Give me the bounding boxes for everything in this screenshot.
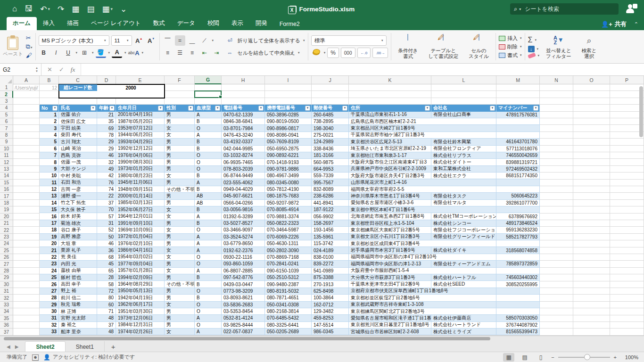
row-header-29[interactable]: 29 <box>0 274 13 281</box>
cell[interactable]: 男 <box>165 261 195 267</box>
cell[interactable]: 489173846524 <box>496 220 540 227</box>
add-sheet-button[interactable]: + <box>105 341 122 352</box>
table-header-住所[interactable]: 住所▼ <box>349 105 431 111</box>
cell[interactable]: 1952年06月27日 <box>116 206 165 213</box>
macro-book-icon[interactable]: ▤ <box>87 4 94 14</box>
cell[interactable] <box>496 240 540 247</box>
page-layout-view-icon[interactable]: ▤ <box>519 353 530 362</box>
cell[interactable]: 090-9781-9886 <box>265 166 312 173</box>
cell[interactable]: 32 <box>97 159 116 165</box>
row-header-34[interactable]: 34 <box>0 308 13 315</box>
cell[interactable]: 女 <box>165 213 195 220</box>
cell[interactable]: 541-0989 <box>312 268 349 274</box>
cell[interactable]: 前川 信二 <box>59 295 97 301</box>
column-header-E[interactable]: E <box>116 76 165 84</box>
filter-dropdown-icon[interactable]: ▼ <box>342 106 347 111</box>
cell[interactable]: 162-0712 <box>312 302 349 308</box>
vertical-scrollbar[interactable] <box>639 86 643 137</box>
cell[interactable]: 60 <box>97 302 116 308</box>
cell[interactable]: 2 <box>40 118 59 125</box>
column-header-J[interactable]: J <box>312 76 349 84</box>
filter-dropdown-icon[interactable]: ▼ <box>109 106 115 111</box>
cell[interactable]: 東京都荒川区東日暮里2丁目1番地8号 <box>349 322 431 329</box>
cell[interactable]: 船津 里奈 <box>59 329 97 335</box>
cell[interactable]: O <box>195 159 222 165</box>
cell[interactable]: 25 <box>40 274 59 281</box>
ribbon-tab-描画[interactable]: 描画 <box>61 17 85 30</box>
cell[interactable]: 050-7609-8109 <box>265 139 312 145</box>
cell[interactable]: 042-044-9985 <box>222 146 265 152</box>
cell[interactable]: 9 <box>40 166 59 173</box>
cell[interactable]: 097-542-8776 <box>222 274 265 281</box>
cell[interactable]: 559-7339 <box>312 173 349 179</box>
row-header-9[interactable]: 9 <box>0 139 13 145</box>
align-center-icon[interactable]: ☰ <box>175 48 185 58</box>
cell[interactable]: 070-9881-3374 <box>265 213 312 220</box>
cell[interactable]: 浦野 優一 <box>59 193 97 199</box>
row-header-31[interactable]: 31 <box>0 288 13 295</box>
row-header-14[interactable]: 14 <box>0 173 13 179</box>
copy-icon[interactable]: ⧉▾ <box>26 43 33 50</box>
cell[interactable]: 東和工業株式会社 <box>431 166 496 173</box>
column-header-F[interactable]: F <box>165 76 195 84</box>
sheet-tab-Sheet2[interactable]: Sheet2 <box>25 341 65 352</box>
ribbon-tab-ホーム[interactable]: ホーム <box>7 17 37 30</box>
cell[interactable]: 986-0345 <box>312 329 349 335</box>
cell[interactable]: 078-803-2039 <box>222 166 265 173</box>
cell[interactable]: 24 <box>40 268 59 274</box>
table-header-会社名[interactable]: 会社名▼ <box>431 105 496 111</box>
active-cell-G2[interactable] <box>194 90 222 98</box>
cell[interactable]: 35 <box>97 118 116 125</box>
format-cells-button[interactable]: 書式▾ <box>499 52 522 59</box>
cell[interactable]: 080-7871-4651 <box>265 295 312 301</box>
table-header-No[interactable]: No▼ <box>40 105 59 111</box>
bold-button[interactable]: B <box>39 48 49 58</box>
cell[interactable]: 050-0205-2689 <box>265 329 312 335</box>
cell[interactable]: 吉岡 一彦 <box>59 186 97 193</box>
cell[interactable]: 0439-03-0447 <box>222 281 265 288</box>
cell[interactable]: 男 <box>165 159 195 165</box>
cell[interactable] <box>431 295 496 301</box>
cell[interactable]: 32 <box>40 322 59 329</box>
italic-button[interactable]: I <box>51 48 61 58</box>
cell[interactable]: 49 <box>97 166 116 173</box>
cell[interactable]: 090-8986-0817 <box>265 125 312 132</box>
cell[interactable]: 69 <box>97 125 116 132</box>
cell[interactable]: 995-7567 <box>312 179 349 186</box>
cell[interactable]: 男 <box>165 308 195 315</box>
cell[interactable]: 050-6950-2875 <box>265 146 312 152</box>
fill-button[interactable]: ↓▾ <box>528 46 540 52</box>
ribbon-tab-開発[interactable]: 開発 <box>249 17 273 30</box>
cell[interactable]: 2001年04月19日 <box>116 112 165 118</box>
cell[interactable]: 745603440302 <box>496 274 540 281</box>
row-header-35[interactable]: 35 <box>0 315 13 322</box>
cell[interactable]: 070-6069-2226 <box>265 234 312 240</box>
cell[interactable]: 11 <box>40 179 59 186</box>
cell[interactable]: 1954年03月02日 <box>116 254 165 261</box>
cell[interactable]: 秦 裕之 <box>59 322 97 329</box>
cell[interactable]: 1973年01月20日 <box>116 166 165 173</box>
cell[interactable]: 33 <box>40 329 59 335</box>
cell[interactable]: 050-0341-0308 <box>265 302 312 308</box>
redo-icon[interactable]: ↷ <box>58 4 64 14</box>
cell[interactable]: 1984年12月31日 <box>116 322 165 329</box>
cell[interactable]: 藤枝 由華 <box>59 268 97 274</box>
cell[interactable]: 585070303050 <box>496 315 540 321</box>
cell[interactable]: 338-8436 <box>312 146 349 152</box>
cell[interactable]: 女 <box>165 173 195 179</box>
cell[interactable]: 050-0822-2323 <box>265 220 312 227</box>
record-count-value-cell[interactable]: 2000 <box>97 84 165 91</box>
cell[interactable]: 03-4192-0337 <box>222 139 265 145</box>
cell[interactable]: 2000年01月14日 <box>116 193 165 199</box>
cell[interactable]: 19 <box>40 234 59 240</box>
cancel-entry-icon[interactable]: ✕ <box>47 66 52 73</box>
row-header-6[interactable]: 6 <box>0 118 13 125</box>
cell[interactable]: O <box>195 254 222 261</box>
cell[interactable]: 7 <box>40 152 59 159</box>
cell-B1[interactable]: 12 <box>40 84 57 91</box>
cell[interactable]: 8 <box>40 159 59 165</box>
normal-view-icon[interactable]: ▦ <box>503 353 514 362</box>
table-header-氏名[interactable]: 氏名▼ <box>59 105 97 111</box>
cell[interactable]: 875-3388 <box>312 274 349 281</box>
cell[interactable]: 74 <box>97 186 116 193</box>
